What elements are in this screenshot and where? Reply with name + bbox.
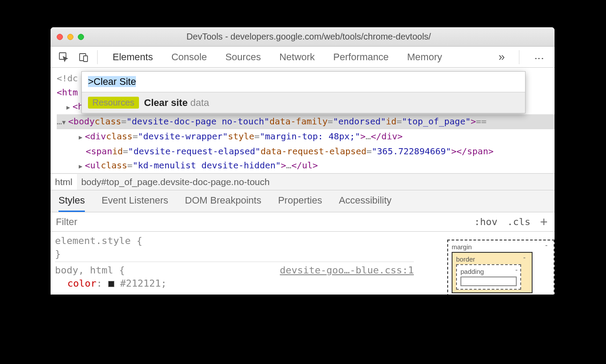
command-badge: Resources — [88, 97, 139, 109]
disclosure-triangle-icon[interactable]: ▶ — [79, 130, 85, 144]
subtab-dom-breakpoints[interactable]: DOM Breakpoints — [185, 195, 262, 212]
more-tabs-icon[interactable]: » — [499, 50, 505, 64]
titlebar: DevTools - developers.google.com/web/too… — [51, 27, 555, 47]
box-model[interactable]: margin - border - padding - — [418, 232, 555, 295]
subtab-styles[interactable]: Styles — [58, 195, 85, 212]
cls-toggle[interactable]: .cls — [507, 216, 530, 227]
zoom-window-icon[interactable] — [78, 34, 84, 40]
kebab-menu-icon[interactable]: ⋮ — [533, 54, 545, 61]
breadcrumb-item[interactable]: body#top_of_page.devsite-doc-page.no-tou… — [77, 177, 274, 187]
minimize-window-icon[interactable] — [67, 34, 73, 40]
command-result-bold: Clear site — [144, 97, 188, 108]
boxmodel-margin-label: margin — [452, 243, 472, 251]
disclosure-triangle-icon[interactable]: ▶ — [79, 159, 85, 173]
inspect-element-icon[interactable] — [58, 52, 69, 62]
tab-sources[interactable]: Sources — [225, 51, 261, 63]
styles-filter-input[interactable] — [51, 216, 467, 228]
css-property[interactable]: color — [67, 278, 96, 289]
breadcrumb-item[interactable]: html — [51, 174, 77, 190]
styles-pane: element.style { } body, html { devsite-g… — [51, 232, 555, 295]
subtab-properties[interactable]: Properties — [278, 195, 322, 212]
boxmodel-content — [460, 277, 517, 286]
close-window-icon[interactable] — [57, 34, 63, 40]
window-title: DevTools - developers.google.com/web/too… — [84, 32, 555, 42]
dom-line: <htm — [57, 85, 78, 99]
boxmodel-padding-value: - — [515, 266, 518, 274]
breadcrumb: html body#top_of_page.devsite-doc-page.n… — [51, 173, 555, 190]
stylesheet-link[interactable]: devsite-goo…-blue.css:1 — [280, 264, 414, 277]
subtab-accessibility[interactable]: Accessibility — [339, 195, 391, 212]
tab-memory[interactable]: Memory — [407, 51, 442, 63]
dom-line: <!dc — [57, 71, 78, 85]
boxmodel-border-label: border — [456, 255, 475, 263]
rule-selector: body, html { — [55, 265, 125, 276]
css-value[interactable]: #212121 — [120, 278, 161, 289]
disclosure-triangle-icon[interactable]: ▶ — [66, 100, 73, 114]
device-toolbar-icon[interactable] — [79, 52, 89, 62]
boxmodel-padding-label: padding — [460, 268, 484, 275]
command-input[interactable]: >Clear Site — [82, 72, 525, 92]
selected-dom-node[interactable]: …▼<body class="devsite-doc-page no-touch… — [57, 114, 555, 129]
tab-network[interactable]: Network — [279, 51, 315, 63]
command-prefix: > — [88, 76, 94, 87]
traffic-lights — [51, 34, 84, 40]
tab-performance[interactable]: Performance — [333, 51, 389, 63]
boxmodel-border-value: - — [523, 254, 526, 262]
css-rules[interactable]: element.style { } body, html { devsite-g… — [51, 232, 418, 295]
hov-toggle[interactable]: :hov — [474, 216, 497, 227]
styles-filterbar: :hov .cls + — [51, 212, 555, 232]
devtools-window: DevTools - developers.google.com/web/too… — [51, 27, 555, 295]
add-rule-icon[interactable]: + — [540, 215, 548, 229]
panel-tabs: Elements Console Sources Network Perform… — [98, 51, 489, 63]
tab-elements[interactable]: Elements — [113, 51, 153, 63]
command-menu: >Clear Site Resources Clear site data — [81, 71, 526, 113]
subtab-event-listeners[interactable]: Event Listeners — [102, 195, 168, 212]
command-result[interactable]: Resources Clear site data — [82, 92, 525, 113]
boxmodel-margin-value: - — [545, 241, 548, 249]
command-result-rest: data — [188, 97, 209, 108]
main-tabbar: Elements Console Sources Network Perform… — [51, 47, 555, 68]
command-query: Clear Site — [94, 76, 136, 87]
styles-subtabs: Styles Event Listeners DOM Breakpoints P… — [51, 190, 555, 212]
rule-end: } — [55, 248, 414, 261]
tab-console[interactable]: Console — [172, 51, 207, 63]
color-swatch-icon[interactable] — [108, 281, 114, 287]
svg-rect-2 — [84, 56, 88, 62]
rule-selector: element.style { — [55, 234, 414, 248]
